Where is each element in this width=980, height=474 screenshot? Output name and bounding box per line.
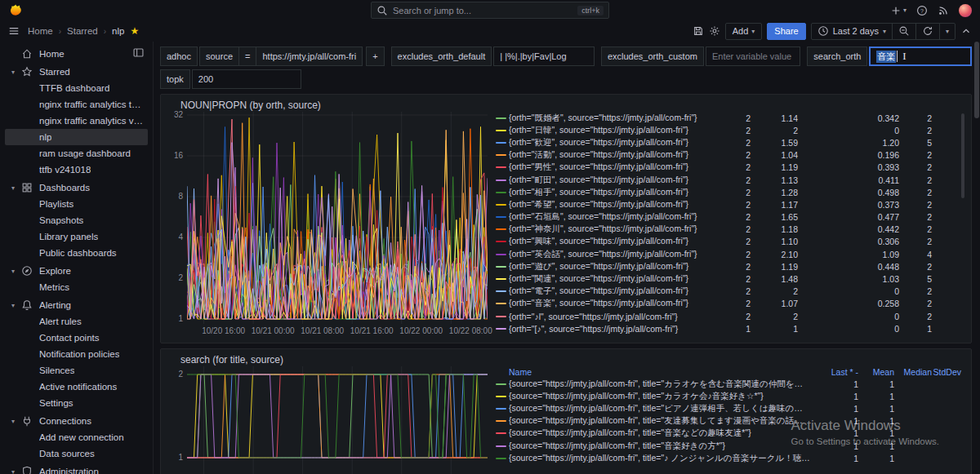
sidebar-item-active-notifications[interactable]: Active notifications (5, 379, 148, 395)
panel-title[interactable]: search (for title, source) (167, 353, 964, 366)
breadcrumb-home[interactable]: Home (28, 26, 53, 36)
series-name[interactable]: {orth="相手", source="https://jmty.jp/all/… (509, 187, 715, 198)
new-menu-button[interactable]: ▾ (890, 5, 906, 16)
legend-row[interactable]: {source="https://jmty.jp/all/com-fri", t… (496, 378, 964, 390)
user-avatar[interactable] (959, 4, 972, 17)
adhoc-add-filter-button[interactable]: + (366, 47, 384, 66)
sidebar-item-add-new-connection[interactable]: Add new connection (5, 429, 148, 445)
series-name[interactable]: {orth="歓迎", source="https://jmty.jp/all/… (509, 137, 715, 148)
scrollbar-thumb[interactable] (974, 42, 979, 118)
series-name[interactable]: {source="https://jmty.jp/all/com-fri", t… (509, 415, 811, 427)
sidebar-item-notification-policies[interactable]: Notification policies (5, 346, 148, 362)
sidebar-item-playlists[interactable]: Playlists (5, 196, 148, 212)
legend-row[interactable]: {orth="日韓", source="https://jmty.jp/all/… (496, 124, 964, 136)
legend-row[interactable]: {orth="音楽", source="https://jmty.jp/all/… (496, 298, 964, 310)
panel-search-title[interactable]: search (for title, source) 21 NameLast *… (160, 348, 972, 474)
adhoc-filter-chip[interactable]: https://jmty.jp/all/com-fri (256, 47, 363, 66)
panel-noun-propn[interactable]: NOUN|PROPN (by orth, source) 32168421 10… (160, 94, 972, 343)
legend-row[interactable]: {orth="[♪", source="https://jmty.jp/all/… (496, 322, 964, 334)
variable-input[interactable]: 音楽I (869, 47, 972, 66)
variable-input[interactable]: 200 (192, 69, 301, 89)
legend-scrollbar[interactable] (961, 113, 964, 198)
series-name[interactable]: {orth="♪l", source="https://jmty.jp/all/… (509, 312, 715, 321)
legend-row[interactable]: {orth="興味", source="https://jmty.jp/all/… (496, 236, 964, 248)
legend-header-median[interactable]: Median (894, 367, 932, 377)
legend-row[interactable]: {source="https://jmty.jp/all/com-fri", t… (496, 427, 964, 440)
series-name[interactable]: {orth="町田", source="https://jmty.jp/all/… (509, 175, 715, 186)
series-name[interactable]: {orth="希望", source="https://jmty.jp/all/… (509, 199, 715, 210)
favorite-star-icon[interactable]: ★ (130, 26, 139, 36)
sidebar-item-library-panels[interactable]: Library panels (5, 228, 148, 245)
legend-header-name[interactable]: Name (509, 367, 811, 377)
legend-row[interactable]: {orth="歓迎", source="https://jmty.jp/all/… (496, 136, 964, 148)
sidebar-item-settings[interactable]: Settings (5, 395, 148, 411)
legend-row[interactable]: {source="https://jmty.jp/all/com-fri", t… (496, 390, 964, 402)
legend-row[interactable]: {orth="活動", source="https://jmty.jp/all/… (496, 149, 964, 162)
sidebar-item-snapshots[interactable]: Snapshots (5, 212, 148, 228)
time-range-picker[interactable]: Last 2 days ▾ (812, 24, 892, 39)
grafana-logo[interactable] (8, 3, 23, 18)
legend-row[interactable]: {orth="♪l", source="https://jmty.jp/all/… (496, 310, 964, 322)
chevron-down-icon[interactable]: ▾ (11, 184, 21, 192)
series-name[interactable]: {orth="男性", source="https://jmty.jp/all/… (509, 162, 715, 173)
legend-header-last[interactable]: Last * - (811, 367, 858, 377)
sidebar-item-ttfb-v241018[interactable]: ttfb v241018 (5, 162, 148, 178)
zoom-out-button[interactable] (892, 24, 915, 39)
series-name[interactable]: {orth="[♪", source="https://jmty.jp/all/… (509, 324, 715, 334)
collapse-controls-button[interactable] (960, 25, 972, 37)
sidebar-item-nlp[interactable]: nlp (5, 129, 148, 145)
legend-row[interactable]: {source="https://jmty.jp/all/com-fri", t… (496, 415, 964, 427)
sidebar-item-contact-points[interactable]: Contact points (5, 330, 148, 346)
series-name[interactable]: {orth="関連", source="https://jmty.jp/all/… (509, 273, 715, 285)
chevron-down-icon[interactable]: ▾ (11, 468, 21, 474)
legend-header-stddev[interactable]: StdDev (932, 367, 961, 377)
series-name[interactable]: {orth="石垣島", source="https://jmty.jp/all… (509, 211, 715, 223)
legend-row[interactable]: {orth="相手", source="https://jmty.jp/all/… (496, 186, 964, 198)
sidebar-item-connections[interactable]: ▾Connections (5, 413, 148, 429)
sidebar-item-alert-rules[interactable]: Alert rules (5, 313, 148, 330)
sidebar-item-dashboards[interactable]: ▾Dashboards (5, 179, 148, 196)
legend-row[interactable]: {orth="石垣島", source="https://jmty.jp/all… (496, 211, 964, 224)
breadcrumb-starred[interactable]: Starred (67, 26, 98, 36)
legend-row[interactable]: {orth="神奈川", source="https://jmty.jp/all… (496, 224, 964, 236)
series-name[interactable]: {orth="英会話", source="https://jmty.jp/all… (509, 249, 715, 260)
series-name[interactable]: {source="https://jmty.jp/all/com-fri", t… (509, 391, 811, 402)
mega-menu-toggle-button[interactable] (8, 25, 20, 37)
timeseries-plot[interactable]: 21 (167, 366, 489, 474)
legend-row[interactable]: {orth="電子", source="https://jmty.jp/all/… (496, 286, 964, 298)
legend-row[interactable]: {orth="男性", source="https://jmty.jp/all/… (496, 162, 964, 174)
panel-title[interactable]: NOUN|PROPN (by orth, source) (167, 99, 964, 112)
variable-input[interactable]: | |%|.|by|Fav|Log (493, 47, 595, 66)
dashboard-settings-button[interactable] (709, 25, 720, 37)
timeseries-chart[interactable] (187, 112, 488, 324)
sidebar-item-metrics[interactable]: Metrics (5, 279, 148, 295)
legend-row[interactable]: {orth="希望", source="https://jmty.jp/all/… (496, 198, 964, 210)
help-button[interactable]: ? (916, 5, 928, 16)
sidebar-item-nginx-traffic-analytics-v241015[interactable]: nginx traffic analytics v241015 (5, 113, 148, 129)
sidebar-item-home[interactable]: Home (5, 46, 148, 62)
sidebar-item-administration[interactable]: ▾Administration (5, 463, 148, 474)
sidebar-item-ttfb-dashboard[interactable]: TTFB dashboard (5, 80, 148, 96)
legend-row[interactable]: {source="https://jmty.jp/all/com-fri", t… (496, 402, 964, 414)
series-name[interactable]: {orth="既婚者", source="https://jmty.jp/all… (509, 113, 715, 124)
timeseries-plot[interactable]: 32168421 10/20 16:0010/21 00:0010/21 08:… (167, 112, 489, 338)
legend-row[interactable]: {source="https://jmty.jp/all/com-fri", t… (496, 452, 964, 464)
series-name[interactable]: {source="https://jmty.jp/all/com-fri", t… (509, 403, 811, 414)
chevron-down-icon[interactable]: ▾ (11, 302, 21, 309)
sidebar-item-public-dashboards[interactable]: Public dashboards (5, 245, 148, 261)
variable-input[interactable]: Enter variable value (706, 47, 800, 66)
series-name[interactable]: {source="https://jmty.jp/all/com-fri", t… (509, 453, 811, 464)
series-name[interactable]: {orth="電子", source="https://jmty.jp/all/… (509, 286, 715, 297)
chevron-down-icon[interactable]: ▾ (11, 418, 21, 425)
series-name[interactable]: {source="https://jmty.jp/all/com-fri", t… (509, 427, 811, 439)
timeseries-chart[interactable] (187, 366, 488, 474)
news-button[interactable] (938, 5, 949, 16)
series-name[interactable]: {orth="興味", source="https://jmty.jp/all/… (509, 236, 715, 247)
series-name[interactable]: {orth="神奈川", source="https://jmty.jp/all… (509, 224, 715, 235)
sidebar-item-silences[interactable]: Silences (5, 362, 148, 379)
adhoc-filter-chip[interactable]: = (238, 47, 256, 66)
share-button[interactable]: Share (767, 23, 805, 40)
series-name[interactable]: {source="https://jmty.jp/all/com-fri", t… (509, 379, 811, 390)
legend-header-mean[interactable]: Mean (858, 367, 894, 377)
adhoc-filter-chip[interactable]: source (199, 47, 238, 66)
